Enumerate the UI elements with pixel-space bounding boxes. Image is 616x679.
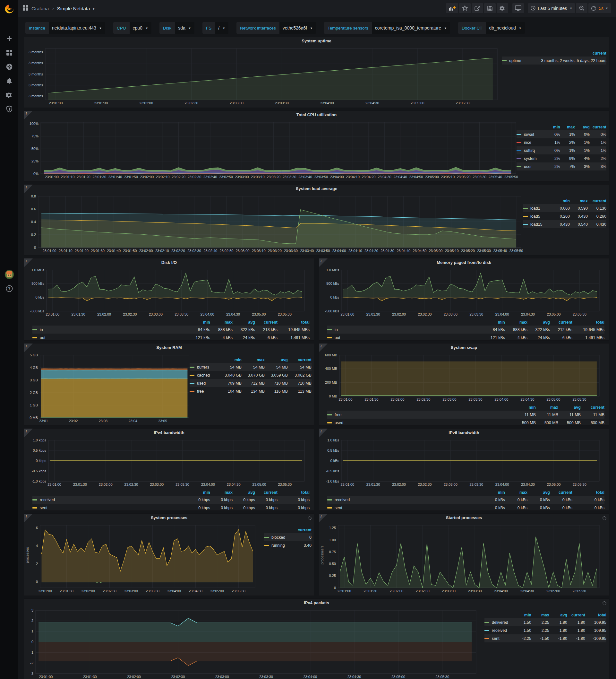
panel-info-corner[interactable]: i	[24, 429, 33, 437]
sidebar-item-alerting[interactable]	[0, 74, 18, 88]
legend-series-name[interactable]: sent	[335, 506, 342, 510]
legend-series-name[interactable]: load5	[531, 214, 540, 219]
variable-value-dropdown[interactable]: netdata.lapin.x.eu:443▼	[49, 22, 105, 34]
dashboard-settings-button[interactable]	[497, 3, 508, 13]
legend-series-name[interactable]: received	[335, 497, 350, 502]
variable-value-dropdown[interactable]: /▼	[215, 22, 229, 34]
panel-title[interactable]: Memory paged from/to disk	[319, 258, 609, 267]
panel-title[interactable]: IPv4 bandwidth	[24, 429, 314, 437]
sidebar-item-configuration[interactable]	[0, 88, 18, 102]
sidebar-item-dashboards[interactable]	[0, 45, 18, 60]
legend-series-name[interactable]: sent	[40, 506, 47, 510]
chart-ram[interactable]: 0 MB1 GB2 GB3 GB4 GB5 GB23:0123:0223:032…	[25, 352, 192, 424]
legend-series-name[interactable]: used	[335, 421, 343, 425]
panel-title[interactable]: Disk I/O	[24, 258, 314, 267]
chart-cpu[interactable]: 0%25%50%75%100%23:01:0023:01:1023:01:202…	[25, 119, 518, 180]
chart-packets[interactable]: -3-2-1012323:01:0023:01:3023:02:0023:02:…	[25, 607, 479, 679]
sidebar-item-explore[interactable]	[0, 60, 18, 74]
legend-series-name[interactable]: free	[335, 413, 342, 417]
legend-series-name[interactable]: nice	[524, 140, 531, 145]
grafana-logo[interactable]	[0, 0, 18, 18]
variable-value-dropdown[interactable]: db_nextcloud▼	[486, 22, 525, 34]
panel-title[interactable]: System uptime	[24, 37, 609, 45]
legend-series-name[interactable]: in	[335, 327, 338, 332]
legend-series-name[interactable]: out	[40, 335, 45, 340]
sidebar-item-user-avatar[interactable]	[0, 267, 18, 282]
chart-procs[interactable]: 024623:01:0023:01:3023:02:0023:02:3023:0…	[25, 522, 264, 594]
panel-title[interactable]: System load average	[24, 185, 609, 193]
panel-title[interactable]: IPv6 bandwidth	[319, 429, 609, 437]
chart-mempaged[interactable]: -500 kBs0 kBs500 kBs1.0 MBs23:01:0023:01…	[320, 267, 608, 318]
star-button[interactable]	[459, 3, 471, 13]
legend-series-name[interactable]: received	[40, 497, 55, 502]
chart-area[interactable]: 3 months3 months3 months3 months3 months…	[25, 45, 500, 106]
chart-area[interactable]: 0 MB200 MB400 MB600 MB23:01:0023:01:3023…	[320, 352, 608, 402]
chart-area[interactable]: 0%25%50%75%100%23:01:0023:01:1023:01:202…	[25, 119, 518, 180]
refresh-interval-label[interactable]: 5s	[599, 6, 604, 11]
cycle-view-button[interactable]	[512, 3, 524, 13]
chart-area[interactable]: 00.20.40.60.823:01:0023:01:1023:01:2023:…	[25, 193, 524, 254]
legend-series-name[interactable]: sent	[492, 636, 500, 641]
chart-area[interactable]: 024623:01:0023:01:3023:02:0023:02:3023:0…	[25, 522, 264, 594]
chevron-down-icon[interactable]: ▼	[92, 7, 95, 10]
legend-series-name[interactable]: uptime	[509, 58, 521, 63]
chart-area[interactable]: -500 kBs0 kBs500 kBs1.0 MBs23:01:0023:01…	[320, 267, 608, 318]
legend-series-name[interactable]: in	[40, 327, 43, 332]
legend-series-name[interactable]: softirq	[524, 148, 535, 153]
legend-series-name[interactable]: load15	[531, 222, 543, 227]
variable-value-dropdown[interactable]: sda▼	[175, 22, 195, 34]
panel-info-corner[interactable]: i	[319, 514, 328, 522]
panel-info-corner[interactable]: i	[319, 344, 328, 352]
chart-uptime[interactable]: 3 months3 months3 months3 months3 months…	[25, 45, 500, 106]
chart-ipv4bw[interactable]: -1.0 kbps-0.5 kbps0 kbps0.5 kbps1.0 kbps…	[25, 437, 313, 488]
panel-info-corner[interactable]: i	[24, 185, 33, 193]
apps-grid-icon[interactable]	[23, 5, 28, 11]
chart-swap[interactable]: 0 MB200 MB400 MB600 MB23:01:0023:01:3023…	[320, 352, 608, 402]
refresh-button[interactable]: 5s▼	[588, 3, 611, 13]
legend-series-name[interactable]: user	[524, 164, 532, 169]
panel-info-corner[interactable]: i	[24, 111, 33, 120]
variable-value-dropdown[interactable]: coretemp_isa_0000_temperature▼	[372, 22, 450, 34]
legend-series-name[interactable]: used	[197, 381, 206, 386]
sidebar-item-server-admin[interactable]	[0, 102, 18, 116]
chart-load[interactable]: 00.20.40.60.823:01:0023:01:1023:01:2023:…	[25, 193, 524, 254]
breadcrumb-app[interactable]: Grafana	[31, 6, 49, 11]
chart-area[interactable]: -3-2-1012323:01:0023:01:3023:02:0023:02:…	[25, 607, 479, 679]
panel-info-corner[interactable]: i	[319, 258, 328, 267]
chart-area[interactable]: -1.0 kbps-0.5 kbps0 kbps0.5 kbps1.0 kbps…	[25, 437, 313, 488]
add-panel-button[interactable]	[446, 3, 458, 13]
panel-title[interactable]: System swap	[319, 344, 609, 352]
chart-area[interactable]: -500 kBs0 kBs500 kBs1.0 MBs23:01:0023:01…	[25, 267, 313, 318]
panel-title[interactable]: Total CPU utilization	[24, 111, 609, 119]
share-button[interactable]	[472, 3, 483, 13]
variable-value-dropdown[interactable]: vethc526a6f▼	[279, 22, 316, 34]
legend-series-name[interactable]: blocked	[271, 535, 285, 540]
legend-series-name[interactable]: iowait	[524, 132, 534, 137]
save-button[interactable]	[484, 3, 496, 13]
panel-info-corner[interactable]: i	[24, 514, 33, 522]
legend-series-name[interactable]: out	[335, 335, 340, 340]
zoom-out-button[interactable]	[576, 3, 587, 13]
chart-diskio[interactable]: -500 kBs0 kBs500 kBs1.0 MBs23:01:0023:01…	[25, 267, 313, 318]
sidebar-item-add[interactable]	[0, 31, 18, 45]
panel-title[interactable]: IPv4 packets	[24, 599, 609, 607]
breadcrumb-dashboard-title[interactable]: Simple Netdata	[57, 6, 90, 11]
chart-area[interactable]: -1.0 kBs-0.5 kBs0 kBs0.5 kBs1.0 kBs23:01…	[320, 437, 608, 488]
sidebar-item-help[interactable]: ?	[0, 282, 18, 296]
chart-area[interactable]: 0 MB1 GB2 GB3 GB4 GB5 GB23:0123:0223:032…	[25, 352, 192, 424]
legend-series-name[interactable]: received	[492, 628, 507, 633]
chart-started[interactable]: 00.250.500.751.001.2523:01:0023:01:3023:…	[320, 522, 608, 594]
time-range-picker[interactable]: Last 5 minutes▼	[528, 3, 575, 13]
panel-title[interactable]: System RAM	[24, 344, 314, 352]
panel-info-corner[interactable]: i	[319, 429, 328, 437]
panel-info-corner[interactable]: i	[24, 258, 33, 267]
panel-title[interactable]: Started processes	[319, 514, 609, 522]
legend-series-name[interactable]: free	[197, 389, 204, 394]
panel-title[interactable]: System processes	[24, 514, 314, 522]
legend-series-name[interactable]: system	[524, 156, 537, 161]
legend-series-name[interactable]: delivered	[492, 620, 508, 625]
panel-info-corner[interactable]: i	[24, 344, 33, 352]
legend-series-name[interactable]: buffers	[197, 365, 209, 369]
legend-series-name[interactable]: running	[271, 543, 285, 548]
chart-ipv6bw[interactable]: -1.0 kBs-0.5 kBs0 kBs0.5 kBs1.0 kBs23:01…	[320, 437, 608, 488]
